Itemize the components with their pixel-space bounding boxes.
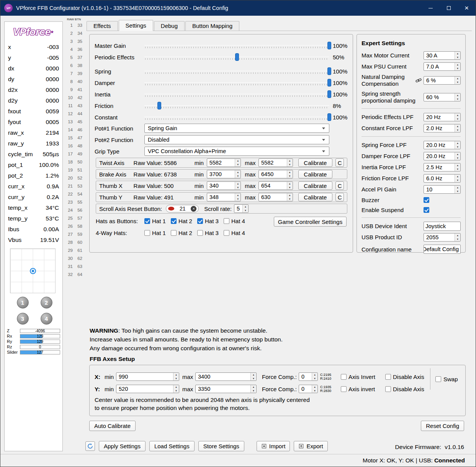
link-icon[interactable]: [415, 77, 422, 83]
value-spinner[interactable]: 7.0 A: [424, 62, 461, 71]
slider-track[interactable]: [144, 113, 329, 121]
hat-checkbox[interactable]: [197, 218, 203, 224]
axis-min-spinner[interactable]: 340: [207, 181, 241, 190]
disable-axis-checkbox[interactable]: Disable Axis: [385, 374, 428, 380]
calibrate-button[interactable]: Calibrate: [298, 193, 333, 201]
value-spinner[interactable]: 20.0 Hz: [424, 152, 461, 160]
spinner-arrows-icon[interactable]: [287, 159, 293, 167]
axis-max-spinner[interactable]: 5582: [258, 158, 293, 167]
reset-config-button[interactable]: Reset Config: [421, 421, 464, 431]
axis-min-spinner[interactable]: 3700: [207, 170, 241, 178]
calibrate-button[interactable]: Calibrate: [298, 181, 333, 190]
tab-settings[interactable]: Settings: [119, 20, 153, 31]
scroll-reset-button-field[interactable]: 21: [166, 205, 199, 212]
disable-axis-checkbox[interactable]: Disable Axis: [385, 386, 428, 392]
hat-checkbox[interactable]: [171, 230, 177, 236]
value-spinner[interactable]: 20.0 Hz: [424, 141, 461, 149]
axis-max-spinner[interactable]: 6450: [258, 170, 293, 178]
load-settings-button[interactable]: Load Settings: [149, 441, 195, 451]
export-button[interactable]: Export: [294, 441, 327, 451]
slider-track[interactable]: [144, 53, 329, 61]
axis-min-spinner[interactable]: 520: [116, 385, 179, 393]
tab-debug[interactable]: Debug: [154, 21, 185, 31]
buzzer-checkbox[interactable]: [424, 197, 429, 203]
scroll-rate-spinner[interactable]: 5: [234, 204, 249, 213]
swap-axes-checkbox[interactable]: Swap: [430, 368, 459, 390]
slider-handle[interactable]: [157, 102, 161, 109]
spinner-arrows-icon[interactable]: [455, 186, 460, 193]
hat-checkbox[interactable]: [224, 218, 229, 224]
value-spinner[interactable]: 20 Hz: [424, 113, 461, 121]
calibrate-c-button[interactable]: C: [335, 158, 344, 167]
force-comp-spinner[interactable]: 0: [299, 372, 318, 381]
spinner-arrows-icon[interactable]: [235, 182, 240, 189]
spinner-arrows-icon[interactable]: [312, 373, 317, 380]
hat-button-item[interactable]: Hat 3: [197, 218, 224, 224]
spinner-arrows-icon[interactable]: [242, 205, 248, 212]
four-way-hat-item[interactable]: Hat 2: [171, 230, 197, 236]
slider-handle[interactable]: [235, 53, 239, 61]
natural-damping-spinner[interactable]: 6 %: [424, 76, 461, 85]
axis-min-spinner[interactable]: 990: [116, 372, 179, 381]
value-spinner[interactable]: 6.0 Hz: [424, 174, 461, 183]
spinner-arrows-icon[interactable]: [455, 63, 460, 70]
hat-checkbox[interactable]: [144, 230, 150, 236]
pot2-function-select[interactable]: Disabled: [144, 135, 329, 144]
game-controller-settings-button[interactable]: Game Controller Settings: [274, 217, 347, 227]
import-button[interactable]: Import: [257, 441, 290, 451]
apply-settings-button[interactable]: Apply Settings: [99, 441, 146, 451]
auto-calibrate-button[interactable]: Auto Calibrate: [89, 421, 136, 431]
slider-track[interactable]: [144, 79, 329, 87]
hat-checkbox[interactable]: [144, 218, 150, 224]
usb-device-ident-input[interactable]: Joystick: [424, 222, 461, 231]
slider-handle[interactable]: [327, 67, 331, 75]
minimize-button[interactable]: [422, 0, 440, 16]
axis-min-spinner[interactable]: 348: [207, 193, 241, 201]
spinner-arrows-icon[interactable]: [455, 163, 460, 171]
hat-button-item[interactable]: Hat 1: [144, 218, 171, 224]
calibrate-c-button[interactable]: C: [335, 193, 344, 201]
value-spinner[interactable]: 2.0 Hz: [424, 124, 461, 132]
calibrate-c-button[interactable]: C: [335, 181, 344, 190]
calibrate-button[interactable]: Calibrate: [298, 170, 333, 178]
spinner-arrows-icon[interactable]: [287, 182, 293, 189]
usb-product-id-spinner[interactable]: 2055: [424, 233, 461, 242]
slider-handle[interactable]: [327, 113, 331, 121]
hat-checkbox[interactable]: [197, 230, 203, 236]
hat-checkbox[interactable]: [171, 218, 177, 224]
tab-button-mapping[interactable]: Button Mapping: [185, 21, 239, 31]
enable-suspend-checkbox[interactable]: [424, 207, 429, 213]
axis-max-spinner[interactable]: 3400: [195, 372, 257, 381]
refresh-button[interactable]: [85, 441, 95, 451]
spinner-arrows-icon[interactable]: [173, 373, 179, 380]
spinner-arrows-icon[interactable]: [235, 170, 240, 178]
grip-type-select[interactable]: VPC Constellation Alpha+Prime: [144, 147, 329, 156]
axis-min-spinner[interactable]: 5582: [207, 158, 241, 167]
value-spinner[interactable]: 30 A: [424, 51, 461, 60]
spinner-arrows-icon[interactable]: [173, 385, 179, 393]
hat-button-item[interactable]: Hat 4: [224, 218, 250, 224]
axis-max-spinner[interactable]: 3350: [195, 385, 257, 393]
spinner-arrows-icon[interactable]: [455, 77, 460, 84]
axis-max-spinner[interactable]: 630: [258, 193, 293, 201]
four-way-hat-item[interactable]: Hat 3: [197, 230, 224, 236]
calibrate-button[interactable]: Calibrate: [298, 158, 333, 167]
hat-checkbox[interactable]: [224, 230, 229, 236]
hat-button-item[interactable]: Hat 2: [171, 218, 197, 224]
axis-max-spinner[interactable]: 654: [258, 181, 293, 190]
slider-handle[interactable]: [327, 42, 331, 49]
slider-handle[interactable]: [327, 79, 331, 87]
spinner-arrows-icon[interactable]: [455, 152, 460, 160]
spinner-arrows-icon[interactable]: [455, 93, 460, 101]
configuration-name-input[interactable]: Default Config: [424, 245, 461, 254]
spinner-arrows-icon[interactable]: [250, 385, 256, 393]
spinner-arrows-icon[interactable]: [250, 373, 256, 380]
spinner-arrows-icon[interactable]: [455, 141, 460, 149]
spinner-arrows-icon[interactable]: [312, 385, 317, 393]
value-spinner[interactable]: 10: [424, 185, 461, 194]
slider-track[interactable]: [144, 42, 329, 49]
four-way-hat-item[interactable]: Hat 4: [224, 230, 250, 236]
spinner-arrows-icon[interactable]: [455, 113, 460, 121]
slider-handle[interactable]: [327, 90, 331, 98]
store-settings-button[interactable]: Store Settings: [198, 441, 244, 451]
